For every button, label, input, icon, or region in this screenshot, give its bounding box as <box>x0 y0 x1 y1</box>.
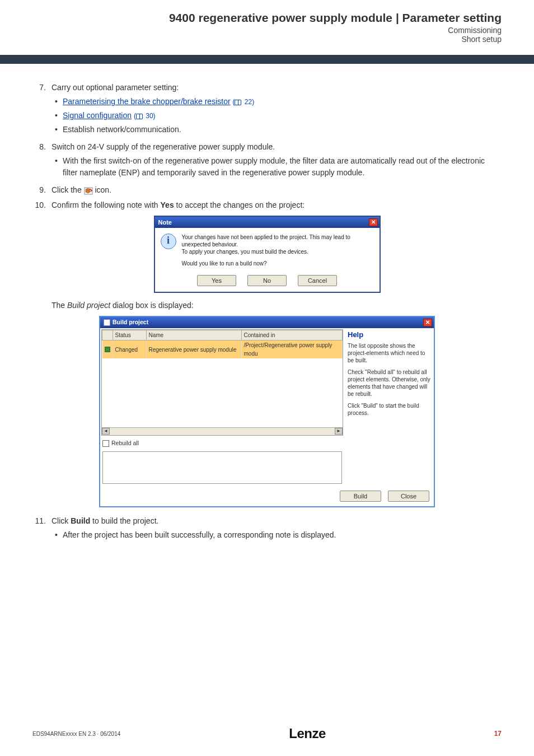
note-dialog: Note ✕ Your changes have not been applie… <box>154 216 381 293</box>
step-8-bullet-1: With the first switch-on of the regenera… <box>63 155 502 179</box>
yes-button[interactable]: Yes <box>197 275 236 286</box>
cell-contained: /Project/Regenerative power supply modu <box>241 340 343 359</box>
step-7-bullet-3: Establish network/communication. <box>63 124 502 136</box>
col-status[interactable]: Status <box>113 330 146 340</box>
step-10-pre: Confirm the following note with <box>51 200 161 209</box>
close-button[interactable]: ✕ <box>423 319 432 326</box>
close-button[interactable]: ✕ <box>369 218 378 226</box>
step-11-bold: Build <box>71 516 90 525</box>
pageref-22[interactable]: ( 22) <box>232 98 254 106</box>
lenze-logo: Lenze <box>289 726 326 741</box>
cancel-button[interactable]: Cancel <box>298 275 337 286</box>
build-project-title-icon <box>104 319 110 326</box>
header-divider-bar <box>0 55 534 64</box>
page-title: 9400 regenerative power supply module | … <box>32 11 502 25</box>
scroll-right-arrow-icon[interactable]: ► <box>335 428 343 435</box>
note-line-2: To apply your changes, you must build th… <box>182 248 374 255</box>
help-para-2: Check "Rebuild all" to rebuild all proje… <box>348 368 430 398</box>
pageref-30[interactable]: ( 30) <box>134 112 156 120</box>
step-7-text: Carry out optional parameter setting: <box>51 83 179 92</box>
step-11-post: to build the project. <box>90 516 158 525</box>
between-italic: Build project <box>67 301 110 310</box>
link-brake-chopper[interactable]: Parameterising the brake chopper/brake r… <box>63 97 231 106</box>
link-signal-config[interactable]: Signal configuration <box>63 111 132 120</box>
build-toolbar-icon <box>84 186 93 194</box>
book-icon <box>235 100 241 105</box>
between-post: dialog box is displayed: <box>110 301 194 310</box>
build-button[interactable]: Build <box>340 491 381 502</box>
page-number: 17 <box>494 730 502 738</box>
step-10-bold: Yes <box>161 200 174 209</box>
step-9-post: icon. <box>95 185 111 194</box>
close-dialog-button[interactable]: Close <box>388 491 429 502</box>
help-para-1: The list opposite shows the project-elem… <box>348 342 430 364</box>
build-elements-table[interactable]: Status Name Contained in Changed Regener… <box>102 330 343 358</box>
note-line-3: Would you like to run a build now? <box>182 260 374 267</box>
col-name[interactable]: Name <box>146 330 241 340</box>
help-para-3: Click "Build" to start the build process… <box>348 402 430 417</box>
step-10-post: to accept the changes on the project: <box>174 200 305 209</box>
step-8-text: Switch on 24-V supply of the regenerativ… <box>51 142 275 151</box>
step-number-9: 9. <box>32 184 51 196</box>
between-pre: The <box>51 301 67 310</box>
book-icon <box>136 114 143 119</box>
header-subtitle-1: Commissioning <box>32 26 502 35</box>
step-9-pre: Click the <box>51 185 84 194</box>
build-log-area <box>102 451 342 484</box>
step-number-7: 7. <box>32 82 51 138</box>
table-row[interactable]: Changed Regenerative power supply module… <box>102 340 343 359</box>
bullet-icon: • <box>51 529 63 541</box>
step-number-8: 8. <box>32 141 51 181</box>
changed-status-icon <box>105 347 110 352</box>
cell-name: Regenerative power supply module <box>146 340 241 359</box>
footer-docid: EDS94ARNExxxx EN 2.3 · 06/2014 <box>32 731 120 737</box>
note-dialog-title: Note <box>158 218 172 227</box>
help-header: Help <box>348 330 430 340</box>
step-11-bullet-1: After the project has been built success… <box>63 529 502 541</box>
info-icon <box>161 234 176 249</box>
scroll-left-arrow-icon[interactable]: ◄ <box>102 428 110 435</box>
bullet-icon: • <box>51 124 63 136</box>
build-project-title: Build project <box>113 319 148 325</box>
bullet-icon: • <box>51 96 63 108</box>
bullet-icon: • <box>51 110 63 122</box>
build-project-dialog: Build project ✕ Status Name Contained in <box>99 316 435 507</box>
no-button[interactable]: No <box>247 275 287 286</box>
rebuild-all-label: Rebuild all <box>111 439 139 448</box>
cell-status: Changed <box>113 340 146 359</box>
horizontal-scrollbar[interactable]: ◄ ► <box>102 427 343 435</box>
header-subtitle-2: Short setup <box>32 35 502 44</box>
step-number-10: 10. <box>32 199 51 211</box>
col-contained[interactable]: Contained in <box>241 330 343 340</box>
note-line-1: Your changes have not been applied to th… <box>182 234 374 248</box>
step-number-11: 11. <box>32 515 51 543</box>
rebuild-all-checkbox[interactable] <box>102 440 109 447</box>
bullet-icon: • <box>51 155 63 179</box>
step-11-pre: Click <box>51 516 71 525</box>
